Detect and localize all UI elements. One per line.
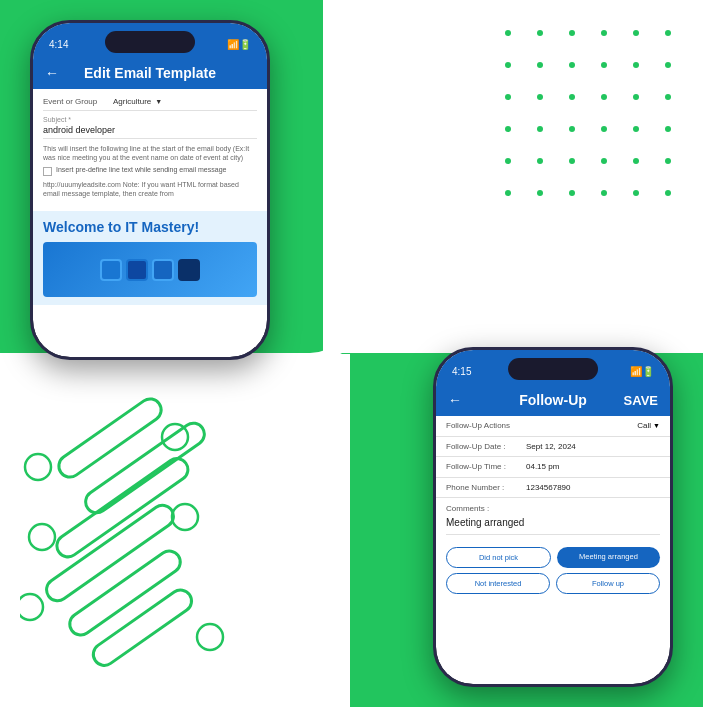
phone-2: 4:15 📶🔋 ← Follow-Up SAVE Follow-Up Actio… <box>433 347 673 687</box>
subject-label: Subject * <box>43 116 257 123</box>
event-dropdown[interactable]: Agriculture ▼ <box>113 97 162 106</box>
banner-icon-1 <box>100 259 122 281</box>
actions-dropdown[interactable]: Call ▼ <box>526 421 660 430</box>
status-time-1: 4:14 <box>49 39 68 50</box>
phone-row: Phone Number : 1234567890 <box>436 478 670 499</box>
svg-point-8 <box>20 594 43 620</box>
meeting-arranged-button[interactable]: Meeting arranged <box>557 547 660 568</box>
back-icon-2[interactable]: ← <box>448 392 462 408</box>
checkbox-label: Insert pre-define line text while sendin… <box>56 166 226 173</box>
phone-value[interactable]: 1234567890 <box>526 483 660 492</box>
phone-label: Phone Number : <box>446 483 526 493</box>
svg-point-9 <box>162 424 188 450</box>
date-value[interactable]: Sept 12, 2024 <box>526 442 660 451</box>
save-button[interactable]: SAVE <box>624 393 658 408</box>
date-label: Follow-Up Date : <box>446 442 526 452</box>
follow-up-button[interactable]: Follow up <box>556 573 660 594</box>
banner-icon-2 <box>126 259 148 281</box>
svg-point-11 <box>197 624 223 650</box>
btn-row-2: Not interested Follow up <box>436 573 670 594</box>
phone-notch-1 <box>105 31 195 53</box>
phone1-header: ← Edit Email Template <box>33 59 267 89</box>
email-template-form: Event or Group Agriculture ▼ Subject * a… <box>33 89 267 211</box>
phone1-title: Edit Email Template <box>84 65 216 81</box>
phone2-title: Follow-Up <box>519 392 587 408</box>
date-row: Follow-Up Date : Sept 12, 2024 <box>436 437 670 458</box>
svg-rect-1 <box>81 419 208 517</box>
btn-row-1: Did not pick Meeting arranged <box>436 547 670 568</box>
actions-row: Follow-Up Actions Call ▼ <box>436 416 670 437</box>
svg-point-7 <box>29 524 55 550</box>
did-not-pick-button[interactable]: Did not pick <box>446 547 551 568</box>
time-row: Follow-Up Time : 04.15 pm <box>436 457 670 478</box>
event-label: Event or Group <box>43 97 113 106</box>
phone2-header: ← Follow-Up SAVE <box>436 386 670 416</box>
comments-label: Comments : <box>446 504 660 513</box>
welcome-title: Welcome to IT Mastery! <box>43 219 257 236</box>
time-label: Follow-Up Time : <box>446 462 526 472</box>
phone-1: 4:14 📶🔋 ← Edit Email Template Event or G… <box>30 20 270 360</box>
actions-chevron-icon: ▼ <box>653 422 660 429</box>
welcome-banner: Welcome to IT Mastery! <box>33 211 267 305</box>
divider <box>446 534 660 535</box>
svg-point-6 <box>25 454 51 480</box>
url-text: http://uuumyleadsite.com Note: If you wa… <box>43 180 257 198</box>
checkbox-row: Insert pre-define line text while sendin… <box>43 166 257 176</box>
svg-rect-0 <box>55 395 166 482</box>
status-time-2: 4:15 <box>452 366 471 377</box>
chevron-down-icon: ▼ <box>155 98 162 105</box>
back-icon-1[interactable]: ← <box>45 65 59 81</box>
not-interested-button[interactable]: Not interested <box>446 573 550 594</box>
subject-value[interactable]: android developer <box>43 125 257 139</box>
time-value[interactable]: 04.15 pm <box>526 462 660 471</box>
actions-value: Call <box>637 421 651 430</box>
checkbox-icon[interactable] <box>43 167 52 176</box>
helper-text: This will insert the following line at t… <box>43 144 257 162</box>
comments-section: Comments : Meeting arranged <box>436 498 670 547</box>
status-icons-1: 📶🔋 <box>227 39 251 50</box>
dot-grid <box>505 30 683 208</box>
diagonal-decoration <box>20 387 310 677</box>
subject-section: Subject * android developer <box>43 116 257 139</box>
comments-text[interactable]: Meeting arranged <box>446 517 660 528</box>
event-value: Agriculture <box>113 97 151 106</box>
actions-label: Follow-Up Actions <box>446 421 526 431</box>
status-icons-2: 📶🔋 <box>630 366 654 377</box>
phone-notch-2 <box>508 358 598 380</box>
banner-icon-4 <box>178 259 200 281</box>
banner-icon-3 <box>152 259 174 281</box>
event-group-row: Event or Group Agriculture ▼ <box>43 97 257 111</box>
svg-rect-5 <box>89 586 196 670</box>
banner-image <box>43 242 257 297</box>
svg-point-10 <box>172 504 198 530</box>
